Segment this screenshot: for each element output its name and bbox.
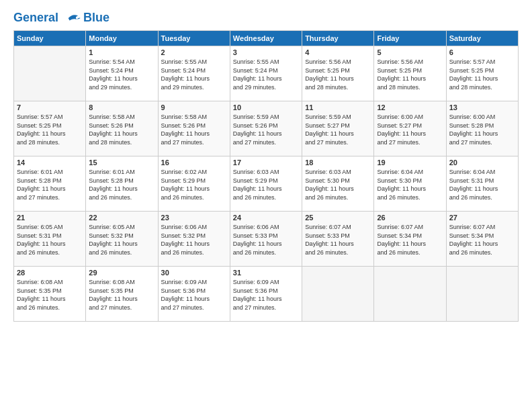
day-number: 29 xyxy=(89,269,154,277)
calendar-cell: 2Sunrise: 5:55 AMSunset: 5:24 PMDaylight… xyxy=(158,46,230,101)
calendar-cell xyxy=(446,267,518,322)
day-number: 30 xyxy=(161,269,227,277)
calendar-cell: 23Sunrise: 6:06 AMSunset: 5:32 PMDayligh… xyxy=(158,212,230,267)
calendar-cell: 4Sunrise: 5:56 AMSunset: 5:25 PMDaylight… xyxy=(302,46,374,101)
day-number: 21 xyxy=(17,214,83,222)
day-info: Sunrise: 6:04 AMSunset: 5:30 PMDaylight:… xyxy=(377,168,443,201)
calendar-cell: 9Sunrise: 5:58 AMSunset: 5:26 PMDaylight… xyxy=(158,101,230,156)
calendar-cell: 29Sunrise: 6:08 AMSunset: 5:35 PMDayligh… xyxy=(86,267,158,322)
day-number: 3 xyxy=(233,48,299,56)
day-number: 18 xyxy=(305,158,371,167)
day-info: Sunrise: 6:05 AMSunset: 5:31 PMDaylight:… xyxy=(17,223,83,257)
day-number: 16 xyxy=(161,158,227,167)
calendar-week-4: 21Sunrise: 6:05 AMSunset: 5:31 PMDayligh… xyxy=(14,212,519,267)
day-number: 13 xyxy=(449,103,515,111)
day-info: Sunrise: 6:04 AMSunset: 5:31 PMDaylight:… xyxy=(449,168,515,201)
day-info: Sunrise: 6:06 AMSunset: 5:32 PMDaylight:… xyxy=(161,223,227,257)
day-number: 15 xyxy=(89,158,154,167)
calendar-cell: 27Sunrise: 6:07 AMSunset: 5:34 PMDayligh… xyxy=(446,212,518,267)
day-info: Sunrise: 6:06 AMSunset: 5:33 PMDaylight:… xyxy=(233,223,299,257)
day-info: Sunrise: 6:03 AMSunset: 5:30 PMDaylight:… xyxy=(305,168,371,201)
day-info: Sunrise: 5:56 AMSunset: 5:25 PMDaylight:… xyxy=(305,58,371,91)
day-number: 4 xyxy=(305,48,371,56)
calendar-cell: 8Sunrise: 5:58 AMSunset: 5:26 PMDaylight… xyxy=(86,101,158,156)
day-number: 19 xyxy=(377,158,443,167)
calendar-cell: 31Sunrise: 6:09 AMSunset: 5:36 PMDayligh… xyxy=(230,267,302,322)
day-number: 26 xyxy=(377,214,443,222)
calendar-cell: 26Sunrise: 6:07 AMSunset: 5:34 PMDayligh… xyxy=(374,212,446,267)
day-number: 9 xyxy=(161,103,227,111)
calendar-cell: 18Sunrise: 6:03 AMSunset: 5:30 PMDayligh… xyxy=(302,156,374,212)
calendar-cell: 30Sunrise: 6:09 AMSunset: 5:36 PMDayligh… xyxy=(158,267,230,322)
calendar-cell: 10Sunrise: 5:59 AMSunset: 5:26 PMDayligh… xyxy=(230,101,302,156)
day-number: 20 xyxy=(449,158,515,167)
weekday-header-saturday: Saturday xyxy=(446,31,518,46)
calendar-cell: 3Sunrise: 5:55 AMSunset: 5:24 PMDaylight… xyxy=(230,46,302,101)
day-info: Sunrise: 5:59 AMSunset: 5:27 PMDaylight:… xyxy=(305,113,371,146)
day-info: Sunrise: 6:00 AMSunset: 5:27 PMDaylight:… xyxy=(377,113,443,146)
weekday-header-thursday: Thursday xyxy=(302,31,374,46)
calendar-week-5: 28Sunrise: 6:08 AMSunset: 5:35 PMDayligh… xyxy=(14,267,519,322)
weekday-header-tuesday: Tuesday xyxy=(158,31,230,46)
day-info: Sunrise: 6:08 AMSunset: 5:35 PMDaylight:… xyxy=(17,278,83,312)
logo-blue: Blue xyxy=(83,11,109,25)
day-info: Sunrise: 5:58 AMSunset: 5:26 PMDaylight:… xyxy=(161,113,227,146)
calendar-cell: 6Sunrise: 5:57 AMSunset: 5:25 PMDaylight… xyxy=(446,46,518,101)
calendar-cell: 19Sunrise: 6:04 AMSunset: 5:30 PMDayligh… xyxy=(374,156,446,212)
day-number: 23 xyxy=(161,214,227,222)
day-info: Sunrise: 5:55 AMSunset: 5:24 PMDaylight:… xyxy=(161,58,227,91)
day-info: Sunrise: 5:59 AMSunset: 5:26 PMDaylight:… xyxy=(233,113,299,146)
day-number: 1 xyxy=(89,48,154,56)
day-info: Sunrise: 6:07 AMSunset: 5:34 PMDaylight:… xyxy=(449,223,515,257)
day-info: Sunrise: 6:09 AMSunset: 5:36 PMDaylight:… xyxy=(233,278,299,312)
day-info: Sunrise: 5:57 AMSunset: 5:25 PMDaylight:… xyxy=(17,113,83,146)
day-number: 22 xyxy=(89,214,154,222)
calendar-cell: 12Sunrise: 6:00 AMSunset: 5:27 PMDayligh… xyxy=(374,101,446,156)
calendar-cell: 21Sunrise: 6:05 AMSunset: 5:31 PMDayligh… xyxy=(14,212,86,267)
day-number: 2 xyxy=(161,48,227,56)
calendar-cell: 25Sunrise: 6:07 AMSunset: 5:33 PMDayligh… xyxy=(302,212,374,267)
calendar-cell: 20Sunrise: 6:04 AMSunset: 5:31 PMDayligh… xyxy=(446,156,518,212)
day-number: 25 xyxy=(305,214,371,222)
weekday-header-sunday: Sunday xyxy=(14,31,86,46)
day-info: Sunrise: 6:00 AMSunset: 5:28 PMDaylight:… xyxy=(449,113,515,146)
calendar-cell: 5Sunrise: 5:56 AMSunset: 5:25 PMDaylight… xyxy=(374,46,446,101)
day-number: 17 xyxy=(233,158,299,167)
calendar-cell: 17Sunrise: 6:03 AMSunset: 5:29 PMDayligh… xyxy=(230,156,302,212)
weekday-header-friday: Friday xyxy=(374,31,446,46)
day-info: Sunrise: 5:55 AMSunset: 5:24 PMDaylight:… xyxy=(233,58,299,91)
calendar-cell: 7Sunrise: 5:57 AMSunset: 5:25 PMDaylight… xyxy=(14,101,86,156)
calendar-cell: 13Sunrise: 6:00 AMSunset: 5:28 PMDayligh… xyxy=(446,101,518,156)
calendar-cell xyxy=(302,267,374,322)
day-info: Sunrise: 5:56 AMSunset: 5:25 PMDaylight:… xyxy=(377,58,443,91)
day-info: Sunrise: 6:01 AMSunset: 5:28 PMDaylight:… xyxy=(89,168,154,201)
day-info: Sunrise: 6:08 AMSunset: 5:35 PMDaylight:… xyxy=(89,278,154,312)
calendar-cell: 1Sunrise: 5:54 AMSunset: 5:24 PMDaylight… xyxy=(86,46,158,101)
calendar-cell xyxy=(14,46,86,101)
day-info: Sunrise: 5:58 AMSunset: 5:26 PMDaylight:… xyxy=(89,113,154,146)
logo: General Blue xyxy=(13,11,109,25)
day-info: Sunrise: 5:57 AMSunset: 5:25 PMDaylight:… xyxy=(449,58,515,91)
calendar-cell: 22Sunrise: 6:05 AMSunset: 5:32 PMDayligh… xyxy=(86,212,158,267)
calendar-week-2: 7Sunrise: 5:57 AMSunset: 5:25 PMDaylight… xyxy=(14,101,519,156)
day-number: 11 xyxy=(305,103,371,111)
day-info: Sunrise: 6:03 AMSunset: 5:29 PMDaylight:… xyxy=(233,168,299,201)
day-info: Sunrise: 6:07 AMSunset: 5:33 PMDaylight:… xyxy=(305,223,371,257)
calendar-cell: 11Sunrise: 5:59 AMSunset: 5:27 PMDayligh… xyxy=(302,101,374,156)
day-number: 27 xyxy=(449,214,515,222)
day-info: Sunrise: 6:01 AMSunset: 5:28 PMDaylight:… xyxy=(17,168,83,201)
calendar-cell: 16Sunrise: 6:02 AMSunset: 5:29 PMDayligh… xyxy=(158,156,230,212)
calendar-cell: 28Sunrise: 6:08 AMSunset: 5:35 PMDayligh… xyxy=(14,267,86,322)
day-number: 31 xyxy=(233,269,299,277)
weekday-header-row: SundayMondayTuesdayWednesdayThursdayFrid… xyxy=(14,31,519,46)
day-number: 6 xyxy=(449,48,515,56)
day-number: 12 xyxy=(377,103,443,111)
logo-bird-icon xyxy=(63,12,82,24)
day-number: 5 xyxy=(377,48,443,56)
logo-general: General xyxy=(13,11,58,24)
day-info: Sunrise: 6:02 AMSunset: 5:29 PMDaylight:… xyxy=(161,168,227,201)
calendar-week-1: 1Sunrise: 5:54 AMSunset: 5:24 PMDaylight… xyxy=(14,46,519,101)
day-number: 14 xyxy=(17,158,83,167)
calendar-table: SundayMondayTuesdayWednesdayThursdayFrid… xyxy=(13,30,519,322)
day-number: 10 xyxy=(233,103,299,111)
